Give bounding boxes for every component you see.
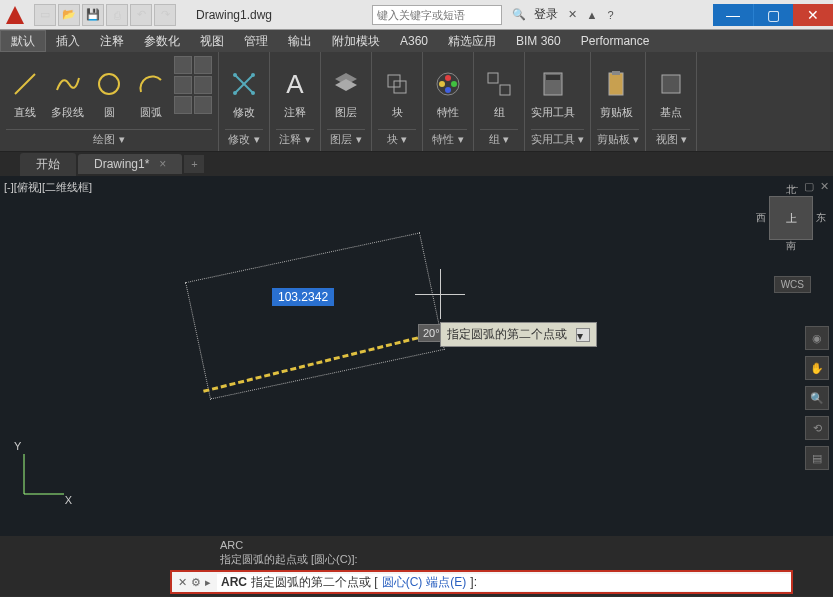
- search-input[interactable]: [372, 5, 502, 25]
- block-button[interactable]: 块: [378, 56, 416, 129]
- login-button[interactable]: 登录: [534, 6, 558, 23]
- vp-close-icon[interactable]: ✕: [820, 180, 829, 193]
- hatch-icon[interactable]: [174, 76, 192, 94]
- vp-restore-icon[interactable]: ▢: [804, 180, 814, 193]
- panel-layer-title[interactable]: 图层 ▾: [327, 129, 365, 147]
- add-tab-button[interactable]: +: [184, 155, 204, 173]
- binoculars-icon[interactable]: 🔍: [512, 8, 526, 21]
- panel-clip-title[interactable]: 剪贴板 ▾: [597, 129, 639, 147]
- viewcube[interactable]: 上 北 南 东 西: [769, 196, 813, 240]
- line-button[interactable]: 直线: [6, 56, 44, 129]
- exchange-icon[interactable]: ✕: [568, 8, 577, 21]
- panel-base-title[interactable]: 视图 ▾: [652, 129, 690, 147]
- nav-pan-icon[interactable]: ✋: [805, 356, 829, 380]
- drawing-viewport[interactable]: [-][俯视][二维线框] — ▢ ✕ 上 北 南 东 西 WCS ◉ ✋ 🔍 …: [0, 176, 833, 536]
- utilities-button[interactable]: 实用工具: [531, 56, 575, 129]
- redo-icon[interactable]: ↷: [154, 4, 176, 26]
- tab-a360[interactable]: A360: [390, 30, 438, 52]
- navigation-bar: ◉ ✋ 🔍 ⟲ ▤: [805, 326, 829, 470]
- tab-bim360[interactable]: BIM 360: [506, 30, 571, 52]
- nav-zoom-icon[interactable]: 🔍: [805, 386, 829, 410]
- ellipse-icon[interactable]: [194, 56, 212, 74]
- panel-modify-title[interactable]: 修改 ▾: [225, 129, 263, 147]
- wcs-label[interactable]: WCS: [774, 276, 811, 293]
- modify-label: 修改: [233, 105, 255, 120]
- arc-button[interactable]: 圆弧: [132, 56, 170, 129]
- save-icon[interactable]: 💾: [82, 4, 104, 26]
- svg-rect-22: [662, 75, 680, 93]
- rect-icon[interactable]: [174, 56, 192, 74]
- panel-draw-title[interactable]: 绘图 ▾: [6, 129, 212, 147]
- panel-util-title[interactable]: 实用工具 ▾: [531, 129, 584, 147]
- viewcube-north[interactable]: 北: [786, 183, 796, 197]
- text-icon: A: [276, 65, 314, 103]
- clip-label: 剪贴板: [600, 105, 633, 120]
- group-button[interactable]: 组: [480, 56, 518, 129]
- undo-icon[interactable]: ↶: [130, 4, 152, 26]
- cmd-options-icon[interactable]: ⚙: [191, 576, 201, 589]
- circle-button[interactable]: 圆: [90, 56, 128, 129]
- close-tab-icon[interactable]: ×: [159, 157, 166, 171]
- app-logo-icon[interactable]: [0, 0, 30, 30]
- color-wheel-icon: [429, 65, 467, 103]
- clipboard-button[interactable]: 剪贴板: [597, 56, 635, 129]
- minimize-button[interactable]: —: [713, 4, 753, 26]
- help-icon[interactable]: ?: [607, 9, 613, 21]
- tab-drawing1[interactable]: Drawing1*×: [78, 154, 182, 174]
- cmd-opt-center[interactable]: 圆心(C): [382, 574, 423, 591]
- viewcube-south[interactable]: 南: [786, 239, 796, 253]
- tab-featured[interactable]: 精选应用: [438, 30, 506, 52]
- panel-annot-title[interactable]: 注释 ▾: [276, 129, 314, 147]
- command-area: ARC 指定圆弧的起点或 [圆心(C)]: ✕ ⚙ ▸ ARC 指定圆弧的第二个…: [0, 536, 833, 594]
- viewport-label[interactable]: [-][俯视][二维线框]: [4, 180, 92, 195]
- open-icon[interactable]: 📂: [58, 4, 80, 26]
- tab-default[interactable]: 默认: [0, 30, 46, 52]
- ribbon: 直线 多段线 圆 圆弧 绘图 ▾: [0, 52, 833, 152]
- cmd-chevron-icon[interactable]: ▸: [205, 576, 211, 589]
- viewcube-east[interactable]: 东: [816, 211, 826, 225]
- nav-showmotion-icon[interactable]: ▤: [805, 446, 829, 470]
- tab-parametric[interactable]: 参数化: [134, 30, 190, 52]
- panel-modify: 修改 修改 ▾: [219, 52, 270, 151]
- command-prompt[interactable]: ARC 指定圆弧的第二个点或 [圆心(C) 端点(E)]:: [217, 574, 791, 591]
- modify-button[interactable]: 修改: [225, 56, 263, 129]
- dynamic-prompt-dropdown-icon[interactable]: ▾: [576, 328, 590, 342]
- svg-rect-16: [488, 73, 498, 83]
- svg-point-14: [445, 87, 451, 93]
- svg-line-1: [15, 74, 35, 94]
- cmd-close-icon[interactable]: ✕: [178, 576, 187, 589]
- saveas-icon[interactable]: ⎙: [106, 4, 128, 26]
- nav-orbit-icon[interactable]: ⟲: [805, 416, 829, 440]
- tab-view[interactable]: 视图: [190, 30, 234, 52]
- region-icon[interactable]: [194, 96, 212, 114]
- properties-button[interactable]: 特性: [429, 56, 467, 129]
- clipboard-icon: [597, 65, 635, 103]
- panel-group-title[interactable]: 组 ▾: [480, 129, 518, 147]
- point-icon[interactable]: [174, 96, 192, 114]
- panel-block: 块 块 ▾: [372, 52, 423, 151]
- text-button[interactable]: A 注释: [276, 56, 314, 129]
- tab-annotate[interactable]: 注释: [90, 30, 134, 52]
- maximize-button[interactable]: ▢: [753, 4, 793, 26]
- tab-performance[interactable]: Performance: [571, 30, 660, 52]
- cmd-opt-end[interactable]: 端点(E): [426, 574, 466, 591]
- tab-manage[interactable]: 管理: [234, 30, 278, 52]
- tab-output[interactable]: 输出: [278, 30, 322, 52]
- new-icon[interactable]: ▭: [34, 4, 56, 26]
- calculator-icon: [534, 65, 572, 103]
- panel-prop-title[interactable]: 特性 ▾: [429, 129, 467, 147]
- close-button[interactable]: ✕: [793, 4, 833, 26]
- command-line[interactable]: ✕ ⚙ ▸ ARC 指定圆弧的第二个点或 [圆心(C) 端点(E)]:: [170, 570, 793, 594]
- line-label: 直线: [14, 105, 36, 120]
- base-button[interactable]: 基点: [652, 56, 690, 129]
- tab-start[interactable]: 开始: [20, 153, 76, 176]
- nav-wheel-icon[interactable]: ◉: [805, 326, 829, 350]
- panel-block-title[interactable]: 块 ▾: [378, 129, 416, 147]
- autodesk-icon[interactable]: ▲: [587, 9, 598, 21]
- layer-button[interactable]: 图层: [327, 56, 365, 129]
- tab-addins[interactable]: 附加模块: [322, 30, 390, 52]
- viewcube-west[interactable]: 西: [756, 211, 766, 225]
- spline-icon[interactable]: [194, 76, 212, 94]
- polyline-button[interactable]: 多段线: [48, 56, 86, 129]
- tab-insert[interactable]: 插入: [46, 30, 90, 52]
